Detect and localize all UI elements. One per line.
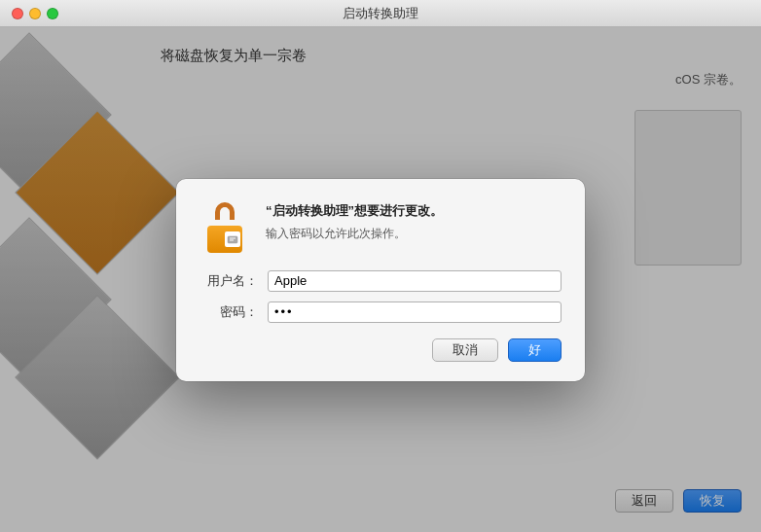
dialog-description: 输入密码以允许此次操作。 — [266, 226, 562, 242]
username-label: 用户名： — [199, 272, 258, 290]
ok-button[interactable]: 好 — [508, 338, 562, 362]
dialog-text: “启动转换助理”想要进行更改。 输入密码以允许此次操作。 — [266, 202, 562, 242]
dialog-header: “启动转换助理”想要进行更改。 输入密码以允许此次操作。 — [199, 202, 562, 253]
close-button[interactable] — [12, 8, 23, 19]
cancel-button[interactable]: 取消 — [432, 338, 498, 362]
password-input[interactable] — [268, 301, 562, 323]
main-content: 将磁盘恢复为单一宗卷 cOS 宗卷。 返回 恢复 — [0, 27, 761, 532]
lock-body — [207, 226, 242, 253]
maximize-button[interactable] — [47, 8, 58, 19]
lock-icon — [199, 202, 250, 253]
minimize-button[interactable] — [29, 8, 41, 19]
window-controls — [12, 8, 58, 19]
password-row: 密码： — [199, 301, 562, 323]
password-label: 密码： — [199, 303, 258, 321]
modal-overlay: “启动转换助理”想要进行更改。 输入密码以允许此次操作。 用户名： 密码： 取消… — [0, 27, 761, 532]
titlebar: 启动转换助理 — [0, 0, 761, 27]
lock-shackle — [215, 202, 235, 220]
auth-dialog: “启动转换助理”想要进行更改。 输入密码以允许此次操作。 用户名： 密码： 取消… — [176, 179, 585, 381]
dialog-buttons: 取消 好 — [199, 338, 562, 362]
window-title: 启动转换助理 — [343, 5, 418, 22]
lock-badge — [225, 231, 240, 247]
username-input[interactable] — [268, 270, 562, 292]
username-row: 用户名： — [199, 270, 562, 292]
dialog-title: “启动转换助理”想要进行更改。 — [266, 202, 562, 220]
